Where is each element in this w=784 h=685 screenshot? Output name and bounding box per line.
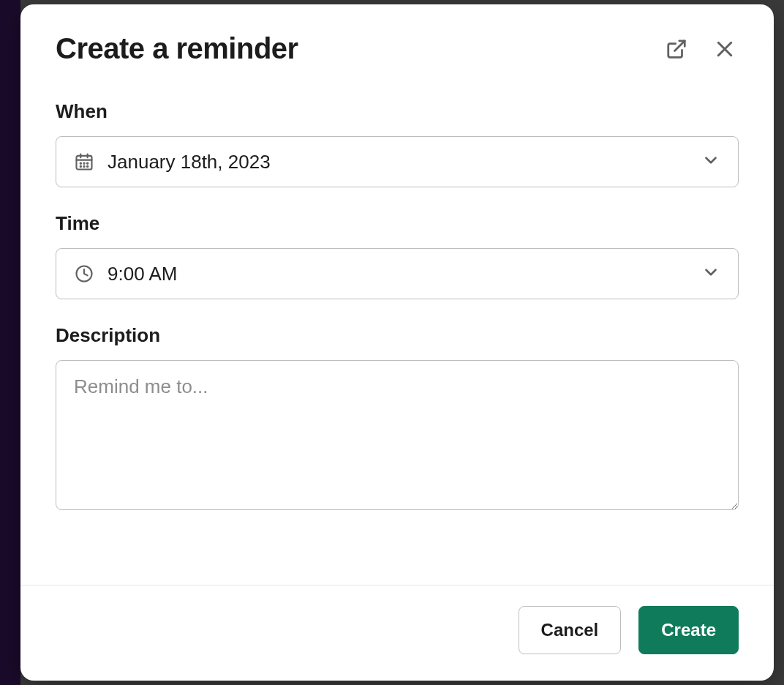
modal-title: Create a reminder <box>56 32 298 65</box>
svg-point-10 <box>80 166 81 167</box>
modal-header: Create a reminder <box>56 32 739 65</box>
open-in-new-window-button[interactable] <box>663 35 690 63</box>
create-button[interactable]: Create <box>638 606 739 654</box>
clock-icon <box>74 263 94 284</box>
description-label: Description <box>56 324 739 347</box>
modal-footer: Cancel Create <box>20 585 774 681</box>
chevron-down-icon <box>701 263 720 285</box>
time-value: 9:00 AM <box>108 263 701 285</box>
time-label: Time <box>56 212 739 235</box>
sidebar-fragment <box>0 0 20 685</box>
description-input[interactable] <box>56 360 739 510</box>
svg-point-9 <box>87 163 88 164</box>
svg-point-8 <box>83 163 84 164</box>
when-field: When January 18 <box>56 100 739 187</box>
modal-header-actions <box>663 35 739 63</box>
when-value: January 18th, 2023 <box>108 151 701 173</box>
when-label: When <box>56 100 739 123</box>
create-reminder-modal: Create a reminder <box>20 4 774 681</box>
svg-point-7 <box>80 163 81 164</box>
svg-line-0 <box>675 40 685 50</box>
close-button[interactable] <box>711 35 739 63</box>
when-date-picker[interactable]: January 18th, 2023 <box>56 136 739 187</box>
svg-point-12 <box>87 166 88 167</box>
modal-body: Create a reminder <box>20 4 774 585</box>
time-field: Time 9:00 AM <box>56 212 739 299</box>
cancel-button[interactable]: Cancel <box>519 606 622 654</box>
external-link-icon <box>666 38 687 60</box>
chevron-down-icon <box>701 151 720 173</box>
close-icon <box>714 38 736 60</box>
svg-point-11 <box>83 166 84 167</box>
time-picker[interactable]: 9:00 AM <box>56 248 739 299</box>
description-field: Description <box>56 324 739 513</box>
calendar-icon <box>74 151 94 172</box>
